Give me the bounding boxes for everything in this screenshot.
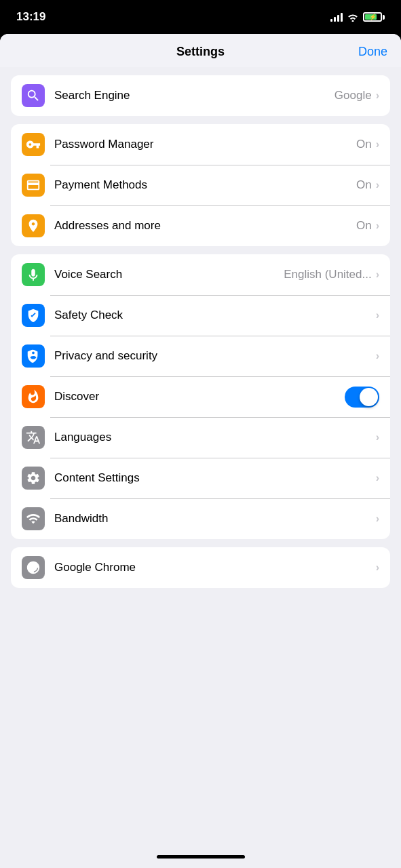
google-chrome-row[interactable]: Google Chrome › <box>11 547 390 588</box>
home-indicator <box>0 845 401 868</box>
voice-search-chevron: › <box>376 269 379 281</box>
search-engine-row[interactable]: Search Engine Google › <box>11 75 390 116</box>
bandwidth-chevron: › <box>376 513 379 525</box>
password-manager-value: On <box>356 138 372 151</box>
password-manager-row[interactable]: Password Manager On › <box>11 124 390 165</box>
bandwidth-row[interactable]: Bandwidth › <box>11 498 390 539</box>
nav-bar: Settings Done <box>0 34 401 67</box>
addresses-icon <box>22 214 45 237</box>
status-time: 13:19 <box>16 10 45 24</box>
safety-check-label: Safety Check <box>54 309 372 322</box>
privacy-security-chevron: › <box>376 350 379 362</box>
safety-check-icon <box>22 304 45 327</box>
addresses-label: Addresses and more <box>54 219 356 233</box>
payment-methods-label: Payment Methods <box>54 178 356 192</box>
discover-toggle[interactable] <box>345 387 379 408</box>
password-manager-label: Password Manager <box>54 138 356 151</box>
safety-check-row[interactable]: Safety Check › <box>11 295 390 336</box>
status-bar: 13:19 ⚡ <box>0 0 401 34</box>
discover-label: Discover <box>54 390 345 403</box>
google-chrome-chevron: › <box>376 561 379 574</box>
password-manager-chevron: › <box>376 138 379 151</box>
content-settings-label: Content Settings <box>54 471 372 485</box>
payment-methods-value: On <box>356 178 372 192</box>
google-chrome-icon <box>22 556 45 579</box>
languages-label: Languages <box>54 431 372 444</box>
payment-methods-chevron: › <box>376 179 379 191</box>
languages-row[interactable]: Languages › <box>11 417 390 458</box>
done-button[interactable]: Done <box>358 45 387 59</box>
section-search: Search Engine Google › <box>11 75 390 116</box>
page-title: Settings <box>176 45 225 59</box>
languages-icon <box>22 426 45 449</box>
search-engine-chevron: › <box>376 90 379 102</box>
safety-check-chevron: › <box>376 309 379 321</box>
main-container: Settings Done Search Engine Google › <box>0 34 401 868</box>
discover-row[interactable]: Discover <box>11 376 390 417</box>
content-settings-row[interactable]: Content Settings › <box>11 458 390 498</box>
bandwidth-icon <box>22 507 45 530</box>
search-engine-label: Search Engine <box>54 89 335 102</box>
password-manager-icon <box>22 133 45 156</box>
settings-list: Search Engine Google › Password Manager … <box>0 67 401 845</box>
bandwidth-label: Bandwidth <box>54 512 372 526</box>
voice-search-row[interactable]: Voice Search English (United... › <box>11 254 390 295</box>
privacy-security-icon <box>22 344 45 368</box>
signal-icon <box>330 12 343 22</box>
status-icons: ⚡ <box>330 12 385 22</box>
voice-search-label: Voice Search <box>54 268 284 281</box>
payment-methods-row[interactable]: Payment Methods On › <box>11 165 390 205</box>
languages-chevron: › <box>376 431 379 443</box>
discover-icon <box>22 385 45 408</box>
section-about: Google Chrome › <box>11 547 390 588</box>
section-misc: Voice Search English (United... › Safety… <box>11 254 390 539</box>
addresses-chevron: › <box>376 220 379 232</box>
privacy-security-label: Privacy and security <box>54 349 372 363</box>
content-settings-chevron: › <box>376 472 379 484</box>
section-autofill: Password Manager On › Payment Methods On… <box>11 124 390 246</box>
addresses-value: On <box>356 219 372 233</box>
privacy-security-row[interactable]: Privacy and security › <box>11 336 390 376</box>
voice-search-icon <box>22 263 45 286</box>
voice-search-value: English (United... <box>284 268 371 281</box>
search-engine-value: Google <box>335 89 372 102</box>
battery-icon: ⚡ <box>363 12 385 22</box>
addresses-row[interactable]: Addresses and more On › <box>11 205 390 246</box>
search-engine-icon <box>22 84 45 107</box>
wifi-status-icon <box>347 12 359 22</box>
google-chrome-label: Google Chrome <box>54 561 372 574</box>
home-bar <box>157 855 245 859</box>
content-settings-icon <box>22 467 45 490</box>
payment-methods-icon <box>22 174 45 197</box>
